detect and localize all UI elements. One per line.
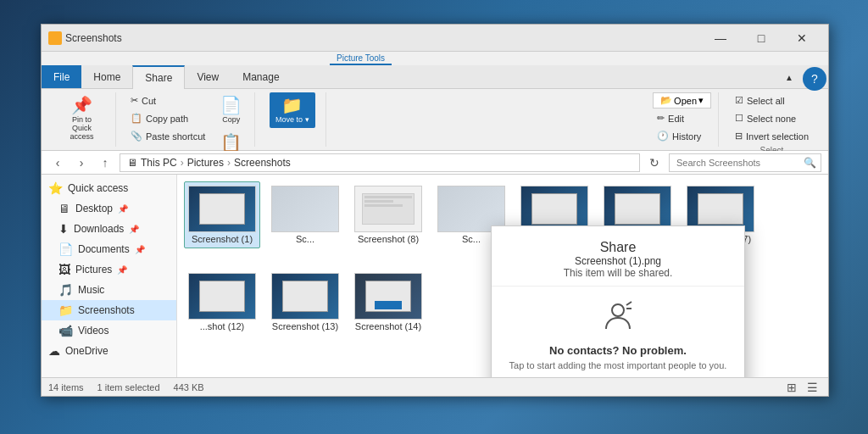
title-bar: Screenshots — □ ✕ [42,25,828,52]
cut-label: Cut [142,96,156,106]
file-item-screenshot-13[interactable]: Screenshot (13) [267,269,343,336]
share-dialog: Share Screenshot (1).png This item will … [491,225,745,377]
file-thumb-14 [354,273,422,320]
paste-shortcut-button[interactable]: 📎 Paste shortcut [126,128,209,144]
search-container: 🔍 [669,153,821,172]
music-label: Music [78,284,104,296]
documents-label: Documents [78,243,130,255]
ribbon-group-open: 📂 Open ▾ ✏ Edit 🕐 History [646,92,719,147]
back-button[interactable]: ‹ [48,153,67,172]
address-bar: ‹ › ↑ 🖥 This PC › Pictures › Screenshots… [42,151,828,175]
cut-icon: ✂ [131,95,138,106]
ribbon-group-quick-access: 📌 Pin to Quick access [48,92,116,147]
edit-label: Edit [668,114,684,124]
sidebar-item-onedrive[interactable]: ☁ OneDrive [42,341,176,361]
sidebar-item-downloads[interactable]: ⬇ Downloads 📌 [42,219,176,239]
documents-pin: 📌 [135,245,145,254]
open-label: Open [674,96,697,106]
file-label-14: Screenshot (14) [355,321,421,331]
file-item-screenshot-14[interactable]: Screenshot (14) [350,269,426,336]
documents-icon: 📄 [58,242,73,256]
copy-button[interactable]: 📄 Copy [214,92,248,128]
copy-path-button[interactable]: 📋 Copy path [126,110,209,126]
desktop-label: Desktop [75,203,113,214]
list-view-button[interactable]: ☰ [804,379,821,396]
downloads-label: Downloads [74,223,124,235]
file-thumb-12 [188,273,256,320]
move-to-button[interactable]: 📁 Move to ▾ [270,92,315,128]
tab-share[interactable]: Share [132,65,185,89]
ribbon-content: 📌 Pin to Quick access ✂ Cut 📋 [42,89,828,150]
paste-shortcut-icon: 📎 [131,131,142,142]
sidebar-item-quick-access[interactable]: ⭐ Quick access [42,178,176,198]
file-item-screenshot-8[interactable]: Screenshot (8) [350,181,426,248]
ribbon-collapse-button[interactable]: ▲ [777,65,801,89]
history-button[interactable]: 🕐 History [653,128,711,144]
tab-view[interactable]: View [185,65,231,88]
quick-access-label: Quick access [68,182,128,194]
status-selection: 1 item selected [97,382,160,392]
videos-icon: 📹 [58,324,73,337]
pin-to-quick-access-button[interactable]: 📌 Pin to Quick access [59,92,105,145]
maximize-button[interactable]: □ [742,26,781,50]
minimize-button[interactable]: — [701,26,740,50]
invert-selection-button[interactable]: ⊟ Invert selection [729,128,815,144]
address-path[interactable]: 🖥 This PC › Pictures › Screenshots [120,153,640,172]
open-dropdown-button[interactable]: 📂 Open ▾ [653,92,711,108]
ribbon-group-select: ☑ Select all ☐ Select none ⊟ Invert sele… [722,92,821,147]
pictures-label: Pictures [75,264,112,275]
window-icon [48,31,62,45]
history-label: History [672,131,701,142]
tab-home[interactable]: Home [81,65,132,88]
refresh-button[interactable]: ↻ [645,153,664,172]
videos-label: Videos [78,325,108,337]
pictures-icon: 🖼 [58,263,70,276]
select-all-button[interactable]: ☑ Select all [729,92,815,108]
title-bar-left: Screenshots [48,31,122,45]
file-thumb-1 [188,186,256,232]
search-icon: 🔍 [804,157,816,169]
file-label-2: Sc... [296,234,314,244]
svg-line-1 [626,302,632,305]
ribbon-group-organize: 📁 Move to ▾ [259,92,326,147]
ribbon: Picture Tools File Home Share View Manag… [42,52,828,151]
sidebar-item-music[interactable]: 🎵 Music [42,280,176,300]
onedrive-label: OneDrive [65,345,108,357]
select-all-icon: ☑ [735,95,743,106]
tab-file[interactable]: File [42,65,81,88]
search-input[interactable] [669,153,821,172]
share-no-contacts-title: No contacts? No problem. [505,344,731,357]
sidebar-item-desktop[interactable]: 🖥 Desktop 📌 [42,198,176,219]
tab-manage[interactable]: Manage [231,65,291,88]
organize-items: 📁 Move to ▾ [270,92,315,145]
cut-button[interactable]: ✂ Cut [126,92,209,108]
share-header: Share Screenshot (1).png This item will … [492,226,744,287]
file-item-screenshot-2[interactable]: Sc... [267,181,343,248]
sidebar-item-screenshots[interactable]: 📁 Screenshots [42,300,176,320]
main-area: ⭐ Quick access 🖥 Desktop 📌 ⬇ Downloads 📌… [42,175,828,377]
file-item-screenshot-12[interactable]: ...shot (12) [184,269,260,336]
thumbnail-view-button[interactable]: ⊞ [783,379,800,396]
path-this-pc: This PC [141,157,177,169]
pictures-pin: 📌 [117,265,127,275]
screenshots-label: Screenshots [78,304,135,316]
move-icon: 📁 [281,97,303,114]
move-to-label: Move to ▾ [275,115,309,124]
window-title: Screenshots [65,32,122,44]
sidebar-item-pictures[interactable]: 🖼 Pictures 📌 [42,259,176,280]
help-button[interactable]: ? [803,67,826,91]
select-none-label: Select none [747,114,796,124]
file-label-8: Screenshot (8) [358,234,419,244]
sidebar-item-documents[interactable]: 📄 Documents 📌 [42,239,176,259]
up-button[interactable]: ↑ [96,153,114,172]
edit-button[interactable]: ✏ Edit [653,110,711,126]
file-item-screenshot-1[interactable]: Screenshot (1) [184,181,260,248]
desktop-icon: 🖥 [58,202,70,215]
select-none-button[interactable]: ☐ Select none [729,110,815,126]
paste-icon: 📋 [220,134,242,151]
pin-label: Pin to Quick access [65,115,99,141]
select-all-label: Select all [747,96,785,106]
sidebar-item-videos[interactable]: 📹 Videos [42,320,176,341]
forward-button[interactable]: › [72,153,91,172]
close-button[interactable]: ✕ [782,26,821,50]
